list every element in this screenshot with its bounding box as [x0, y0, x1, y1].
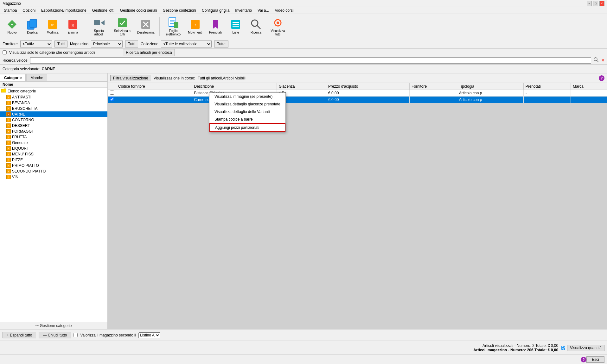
- valorizza-checkbox[interactable]: [73, 333, 78, 337]
- collezione-select[interactable]: <Tutte le collezioni>: [161, 41, 212, 47]
- row-checkbox[interactable]: [110, 97, 114, 101]
- movimenti-button[interactable]: ↕ Movimenti: [186, 16, 205, 38]
- col-giacenza[interactable]: Giacenza: [277, 83, 326, 90]
- collezione-tutte-btn[interactable]: Tutte: [214, 41, 228, 47]
- row-checkbox-cell[interactable]: [108, 97, 116, 103]
- search-icon[interactable]: [594, 57, 599, 63]
- filtra-visualizzazione-btn[interactable]: Filtra visualizzazione: [110, 75, 151, 81]
- menu-vai[interactable]: Vai a...: [255, 8, 272, 13]
- duplica-button[interactable]: Duplica: [23, 16, 42, 38]
- tab-categorie[interactable]: Categorie: [0, 74, 26, 81]
- ctx-visualizza-immagine[interactable]: Visualizza immagine (se presente): [209, 93, 285, 100]
- menu-inventario[interactable]: Inventario: [233, 8, 254, 13]
- col-descrizione[interactable]: Descrizione: [192, 83, 277, 90]
- ricerca-enoteca-btn[interactable]: Ricerca articoli per enoteca: [123, 49, 175, 56]
- visualizza-quantita-btn[interactable]: Visualizza quantità: [567, 345, 604, 351]
- cat-item-primo-piatto[interactable]: + PRIMO PIATTO: [0, 163, 107, 168]
- cat-item-pizze[interactable]: + PIZZE: [0, 157, 107, 163]
- seleziona-button[interactable]: Seleziona a tutti: [111, 16, 133, 38]
- col-fornitore[interactable]: Fornitore: [410, 83, 457, 90]
- menu-configura[interactable]: Configura griglia: [199, 8, 232, 13]
- menu-gestione-lotti[interactable]: Gestione lotti: [90, 8, 117, 13]
- table-row[interactable]: Bistecca Chianina 4 Pz. € 0,00 Articolo …: [108, 90, 607, 97]
- ricerca-button[interactable]: Ricerca: [246, 16, 265, 38]
- cat-item-antipasti[interactable]: + ANTIPASTI: [0, 94, 107, 100]
- cat-item-bruschetta[interactable]: + BRUSCHETTA: [0, 106, 107, 111]
- table-row[interactable]: Carne scottona 4 Pz. € 0,00 Articolo con…: [108, 97, 607, 103]
- cat-item-carne[interactable]: + CARNE: [0, 111, 107, 117]
- menu-stampa[interactable]: Stampa: [1, 8, 19, 13]
- main-content: Categorie Marche Nome Elenco categorie +…: [0, 73, 607, 329]
- gestione-categorie-btn[interactable]: ✏ Gestione categorie: [35, 323, 72, 328]
- menu-esportazione[interactable]: Esportazione/Importazione: [39, 8, 89, 13]
- categoria-selezionata-value: CARNE: [42, 67, 55, 71]
- magazzino-tutti-btn[interactable]: Tutti: [125, 41, 138, 47]
- fornitore-select[interactable]: <Tutti>: [20, 41, 52, 47]
- footer-help-icon[interactable]: ?: [581, 357, 586, 362]
- foglio-button[interactable]: Foglio elettronico: [162, 16, 184, 38]
- sposta-button[interactable]: Sposta articoli: [88, 16, 110, 38]
- cat-item-contorno[interactable]: + CONTORNO: [0, 117, 107, 123]
- cat-item-bevanda[interactable]: + BEVANDA: [0, 100, 107, 106]
- close-btn[interactable]: ✕: [599, 1, 604, 6]
- elimina-button[interactable]: ✕ Elimina: [63, 16, 82, 38]
- svg-point-29: [594, 58, 597, 61]
- col-marca[interactable]: Marca: [571, 83, 607, 90]
- search-row: Ricerca veloce ✕: [0, 56, 607, 65]
- cat-item-frutta[interactable]: + FRUTTA: [0, 134, 107, 140]
- svg-rect-8: [94, 20, 100, 25]
- help-icon[interactable]: ?: [599, 75, 604, 81]
- maximize-btn[interactable]: □: [593, 1, 598, 6]
- fornitore-tutti-btn[interactable]: Tutti: [54, 41, 67, 47]
- modifica-button[interactable]: ✏ Modifica: [43, 16, 62, 38]
- col-prezzo[interactable]: Prezzo d'acquisto: [326, 83, 409, 90]
- visualizza-categorie-checkbox[interactable]: [3, 50, 7, 54]
- cat-item-liquori[interactable]: + LIQUORI: [0, 146, 107, 151]
- row-checkbox[interactable]: [110, 91, 114, 95]
- cat-item-formaggi[interactable]: + FORMAGGI: [0, 129, 107, 134]
- col-tipologia[interactable]: Tipologia: [457, 83, 523, 90]
- menu-confezioni[interactable]: Gestione confezioni: [160, 8, 199, 13]
- prenotati-button[interactable]: Prenotati: [206, 16, 225, 38]
- liste-button[interactable]: Liste: [226, 16, 245, 38]
- tree-root-elenco[interactable]: Elenco categorie: [0, 88, 107, 94]
- ctx-visualizza-varianti[interactable]: Visualizza dettaglio delle Varianti: [209, 108, 285, 116]
- right-panel: Filtra visualizzazione Visualizzazione i…: [108, 73, 607, 329]
- espandi-tutto-btn[interactable]: + Espandi tutto: [3, 332, 36, 338]
- row-checkbox-cell[interactable]: [108, 90, 116, 97]
- ctx-stampa-barre[interactable]: Stampa codice a barre: [209, 116, 285, 123]
- tab-marche[interactable]: Marche: [26, 74, 47, 81]
- nuovo-button[interactable]: + Nuovo: [3, 16, 22, 38]
- col-codice[interactable]: Codice fornitore: [116, 83, 192, 90]
- minimize-btn[interactable]: −: [587, 1, 592, 6]
- ricerca-veloce-input[interactable]: [30, 57, 591, 64]
- foglio-icon: [168, 17, 179, 28]
- checkbox-row: Visualizza solo le categorie che conteng…: [0, 49, 607, 56]
- svg-rect-10: [118, 18, 127, 27]
- movimenti-icon: ↕: [189, 19, 201, 30]
- viz-header: Filtra visualizzazione Visualizzazione i…: [108, 73, 607, 83]
- cat-icon: +: [6, 146, 11, 151]
- listino-select[interactable]: Listino A: [138, 332, 160, 338]
- ricerca-label: Ricerca: [251, 31, 261, 34]
- cat-item-generale[interactable]: + Generale: [0, 140, 107, 146]
- esci-button[interactable]: Esci: [586, 356, 604, 363]
- menu-video[interactable]: Video corsi: [272, 8, 296, 13]
- cat-item-menu-fissi[interactable]: + MENU' FISSI: [0, 151, 107, 157]
- chiudi-tutto-btn[interactable]: — Chiudi tutto: [39, 332, 71, 338]
- ctx-aggiungi-pezzi[interactable]: Aggiungi pezzi partizionati: [209, 123, 285, 132]
- menu-opzioni[interactable]: Opzioni: [20, 8, 38, 13]
- magazzino-select[interactable]: Principale: [91, 41, 123, 47]
- clear-icon[interactable]: ✕: [601, 58, 604, 63]
- cat-icon: +: [6, 118, 11, 122]
- cat-item-dessert[interactable]: + DESSERT: [0, 123, 107, 129]
- status-bar: Articoli visualizzati - Numero: 2 Totale…: [0, 341, 607, 355]
- cat-item-secondo-piatto[interactable]: + SECONDO PIATTO: [0, 168, 107, 174]
- col-prenotati[interactable]: Prenotati: [523, 83, 571, 90]
- cat-item-vini[interactable]: + VINI: [0, 174, 107, 180]
- foglio-label: Foglio elettronico: [164, 29, 183, 36]
- ctx-visualizza-giacenze[interactable]: Visualizza dettaglio giacenze prenotate: [209, 100, 285, 108]
- deseleziona-button[interactable]: Deseleziona: [135, 16, 157, 38]
- menu-codici-seriali[interactable]: Gestione codici seriali: [118, 8, 160, 13]
- visualizza-button[interactable]: Visualizza tutti: [267, 16, 289, 38]
